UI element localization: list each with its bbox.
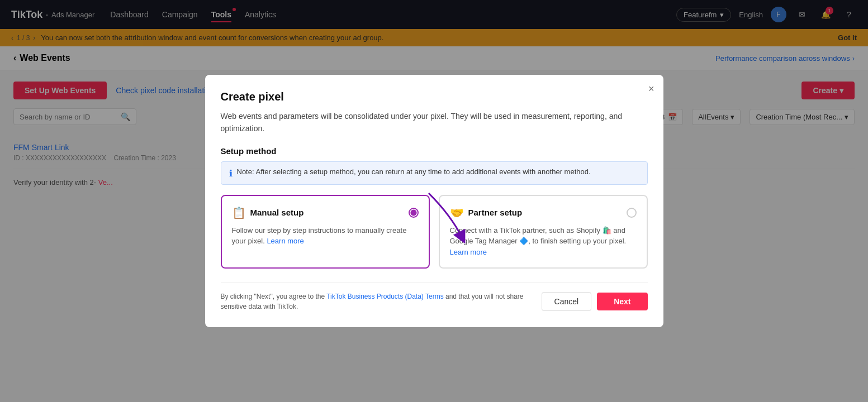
cancel-button[interactable]: Cancel xyxy=(542,292,592,311)
setup-method-label: Setup method xyxy=(221,146,648,156)
partner-radio[interactable] xyxy=(627,208,637,218)
footer-actions: Cancel Next xyxy=(542,292,648,311)
terms-link[interactable]: TikTok Business Products (Data) Terms xyxy=(326,293,443,300)
partner-learn-more[interactable]: Learn more xyxy=(450,248,487,256)
footer-terms: By clicking "Next", you agree to the Tik… xyxy=(221,291,534,312)
modal-title: Create pixel xyxy=(221,90,648,103)
info-icon: ℹ xyxy=(229,168,233,179)
manual-setup-icon: 📋 xyxy=(232,206,246,219)
partner-setup-desc: Connect with a TikTok partner, such as S… xyxy=(450,225,637,258)
manual-learn-more[interactable]: Learn more xyxy=(267,237,303,245)
modal-overlay[interactable]: × Create pixel Web events and parameters… xyxy=(0,0,868,350)
info-note: ℹ Note: After selecting a setup method, … xyxy=(221,161,648,185)
create-pixel-modal: × Create pixel Web events and parameters… xyxy=(205,75,663,327)
setup-options: 📋 Manual setup Follow our step by step i… xyxy=(221,195,648,269)
modal-close-button[interactable]: × xyxy=(648,84,654,94)
partner-setup-title: Partner setup xyxy=(468,208,523,217)
modal-description: Web events and parameters will be consol… xyxy=(221,110,648,135)
modal-footer: By clicking "Next", you agree to the Tik… xyxy=(221,282,648,312)
manual-setup-desc: Follow our step by step instructions to … xyxy=(232,225,419,247)
manual-setup-title: Manual setup xyxy=(250,208,304,217)
partner-setup-icon: 🤝 xyxy=(450,206,464,219)
next-button[interactable]: Next xyxy=(597,293,647,310)
partner-setup-option[interactable]: 🤝 Partner setup Connect with a TikTok pa… xyxy=(439,195,648,269)
manual-radio[interactable] xyxy=(409,208,419,218)
manual-setup-option[interactable]: 📋 Manual setup Follow our step by step i… xyxy=(221,195,430,269)
